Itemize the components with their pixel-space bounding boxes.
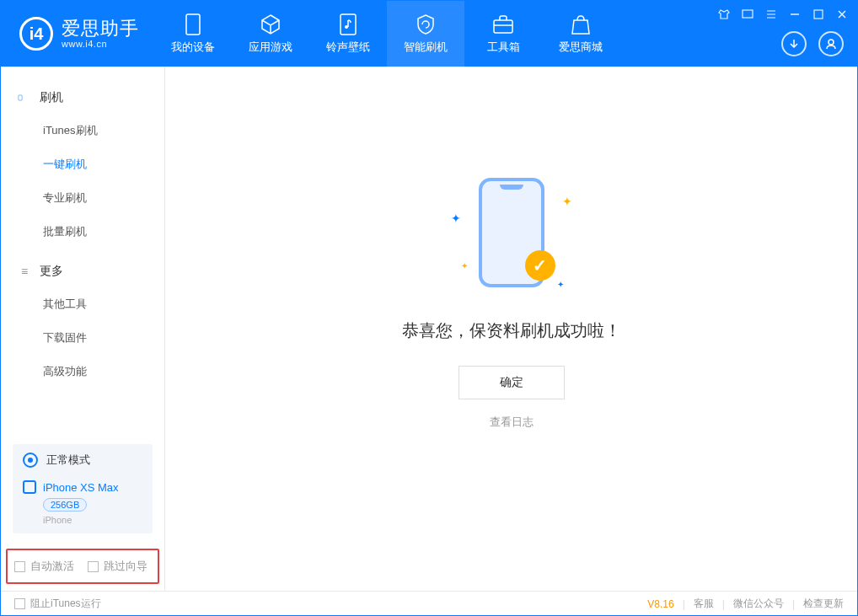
checkbox-auto-activate[interactable]: 自动激活 — [14, 559, 74, 574]
svg-point-2 — [345, 25, 348, 29]
checkbox-skip-guide[interactable]: 跳过向导 — [88, 559, 147, 574]
app-header: i4 爱思助手 www.i4.cn 我的设备 应用游戏 铃声壁纸 智能刷机 工具… — [1, 1, 857, 67]
window-controls — [717, 8, 849, 21]
checkmark-badge-icon: ✓ — [525, 250, 555, 281]
svg-rect-5 — [814, 10, 823, 19]
flash-options-box: 自动激活 跳过向导 — [6, 549, 159, 584]
status-bar: 阻止iTunes运行 V8.16 | 客服 | 微信公众号 | 检查更新 — [1, 591, 857, 616]
nav-my-device[interactable]: 我的设备 — [154, 1, 232, 67]
phone-notch — [500, 185, 523, 190]
nav-smart-flash[interactable]: 智能刷机 — [387, 1, 464, 67]
phone-icon — [18, 91, 31, 104]
svg-point-6 — [829, 40, 834, 45]
success-message: 恭喜您，保资料刷机成功啦！ — [402, 319, 621, 342]
app-body: 刷机 iTunes刷机 一键刷机 专业刷机 批量刷机 ≡ 更多 其他工具 下载固… — [1, 67, 857, 591]
sidebar-group-flash: 刷机 iTunes刷机 一键刷机 专业刷机 批量刷机 — [1, 82, 164, 249]
nav-ringtones[interactable]: 铃声壁纸 — [309, 1, 387, 67]
checkbox-icon — [14, 598, 25, 609]
device-info-box[interactable]: iPhone XS Max 256GB iPhone — [13, 472, 153, 533]
close-button[interactable] — [835, 8, 849, 21]
nav-toolbox[interactable]: 工具箱 — [464, 1, 542, 67]
app-domain: www.i4.cn — [62, 39, 139, 49]
checkbox-icon — [88, 561, 99, 572]
sidebar-item-download-firmware[interactable]: 下载固件 — [1, 321, 164, 355]
svg-rect-3 — [494, 20, 512, 33]
footer-right: V8.16 | 客服 | 微信公众号 | 检查更新 — [647, 597, 844, 611]
shirt-icon[interactable] — [717, 8, 731, 21]
menu-icon[interactable] — [764, 8, 778, 21]
svg-rect-7 — [19, 95, 22, 100]
maximize-button[interactable] — [812, 8, 825, 21]
minimize-button[interactable] — [788, 8, 802, 21]
success-illustration: ✦ ✦ ✦ ✦ ✓ — [436, 178, 587, 296]
sidebar-item-batch-flash[interactable]: 批量刷机 — [1, 215, 164, 249]
nav-store[interactable]: 爱思商城 — [542, 1, 619, 67]
sparkle-icon: ✦ — [461, 261, 468, 271]
check-update-link[interactable]: 检查更新 — [803, 597, 844, 611]
checkbox-icon — [14, 561, 25, 572]
device-type: iPhone — [43, 515, 142, 525]
svg-rect-0 — [186, 14, 200, 35]
sidebar-item-other-tools[interactable]: 其他工具 — [1, 287, 164, 321]
nav-apps-games[interactable]: 应用游戏 — [232, 1, 309, 67]
logo-icon: i4 — [19, 17, 53, 51]
main-nav: 我的设备 应用游戏 铃声壁纸 智能刷机 工具箱 爱思商城 — [154, 1, 619, 67]
device-small-icon — [23, 480, 36, 494]
toolbox-icon — [492, 13, 514, 35]
checkbox-block-itunes[interactable]: 阻止iTunes运行 — [14, 597, 101, 611]
music-file-icon — [337, 13, 359, 35]
user-account-button[interactable] — [818, 31, 844, 56]
sidebar-item-advanced[interactable]: 高级功能 — [1, 355, 164, 388]
sidebar-item-itunes-flash[interactable]: iTunes刷机 — [1, 114, 164, 147]
main-content: ✦ ✦ ✦ ✦ ✓ 恭喜您，保资料刷机成功啦！ 确定 查看日志 — [165, 67, 857, 591]
cube-icon — [260, 13, 282, 35]
logo-area: i4 爱思助手 www.i4.cn — [1, 1, 154, 67]
sparkle-icon: ✦ — [557, 280, 564, 289]
sidebar-item-oneclick-flash[interactable]: 一键刷机 — [1, 147, 164, 181]
sidebar: 刷机 iTunes刷机 一键刷机 专业刷机 批量刷机 ≡ 更多 其他工具 下载固… — [1, 67, 165, 591]
device-name: iPhone XS Max — [43, 481, 119, 494]
svg-rect-4 — [743, 10, 753, 18]
customer-service-link[interactable]: 客服 — [694, 597, 714, 611]
sidebar-group-more: ≡ 更多 其他工具 下载固件 高级功能 — [1, 255, 164, 388]
list-icon: ≡ — [18, 265, 31, 278]
version-label: V8.16 — [647, 598, 673, 610]
sidebar-header-flash: 刷机 — [1, 82, 164, 114]
mode-icon — [23, 453, 38, 468]
bag-icon — [570, 13, 592, 35]
sidebar-header-more: ≡ 更多 — [1, 255, 164, 287]
header-action-circles — [781, 31, 844, 56]
wechat-link[interactable]: 微信公众号 — [733, 597, 784, 611]
app-title: 爱思助手 — [62, 19, 139, 39]
mode-label: 正常模式 — [46, 453, 90, 468]
download-button[interactable] — [781, 31, 807, 56]
ok-button[interactable]: 确定 — [458, 366, 565, 399]
device-icon — [182, 13, 204, 35]
sparkle-icon: ✦ — [562, 195, 572, 208]
sidebar-item-pro-flash[interactable]: 专业刷机 — [1, 181, 164, 215]
device-capacity: 256GB — [43, 498, 87, 512]
sparkle-icon: ✦ — [451, 212, 461, 225]
view-log-link[interactable]: 查看日志 — [490, 415, 534, 430]
shield-refresh-icon — [415, 13, 437, 35]
logo-text-block: 爱思助手 www.i4.cn — [62, 19, 139, 49]
feedback-icon[interactable] — [741, 8, 754, 21]
